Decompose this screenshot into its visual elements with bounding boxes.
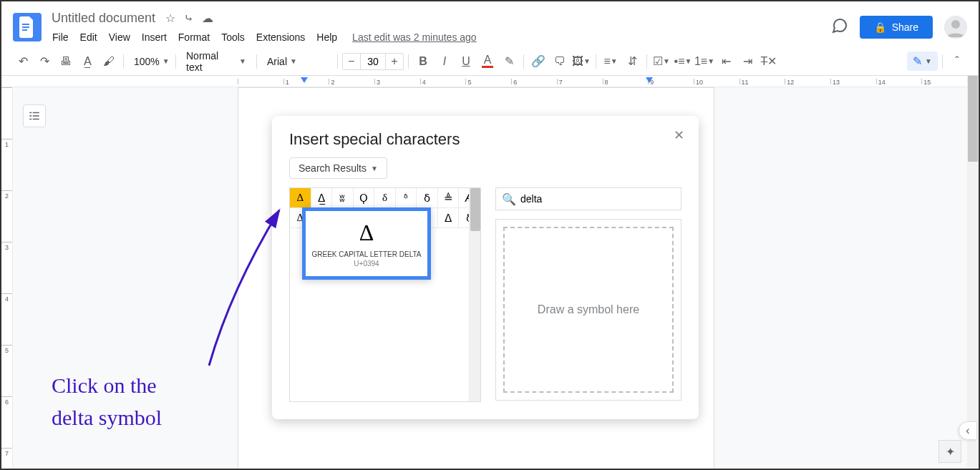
category-dropdown[interactable]: Search Results▼ bbox=[289, 157, 387, 179]
increase-indent-button[interactable]: ⇥ bbox=[737, 52, 757, 72]
checklist-button[interactable]: ☑▼ bbox=[651, 52, 671, 72]
print-button[interactable]: 🖶 bbox=[56, 52, 76, 72]
menu-extensions[interactable]: Extensions bbox=[251, 29, 310, 46]
underline-button[interactable]: U bbox=[456, 52, 476, 72]
char-cell[interactable]: ≜ bbox=[438, 188, 460, 208]
svg-rect-2 bbox=[22, 29, 27, 31]
svg-rect-5 bbox=[29, 112, 31, 114]
paint-format-button[interactable]: 🖌 bbox=[99, 52, 119, 72]
font-size-minus[interactable]: − bbox=[343, 55, 360, 68]
char-cell[interactable]: ʬ bbox=[332, 188, 354, 208]
undo-button[interactable]: ↶ bbox=[13, 52, 33, 72]
font-size-control: − 30 + bbox=[342, 53, 404, 70]
character-tooltip: Δ GREEK CAPITAL LETTER DELTA U+0394 bbox=[302, 207, 431, 280]
char-cell[interactable]: ᵟ bbox=[396, 188, 417, 208]
canvas-area: 123456789101112131415 1234567 Insert spe… bbox=[1, 76, 979, 469]
char-cell[interactable]: Δ̲ bbox=[311, 188, 333, 208]
redo-button[interactable]: ↷ bbox=[34, 52, 54, 72]
svg-rect-9 bbox=[29, 119, 31, 120]
line-spacing-button[interactable]: ⇵ bbox=[622, 52, 642, 72]
search-panel: 🔍 Draw a symbol here bbox=[495, 187, 681, 402]
explore-button[interactable]: ✦ bbox=[938, 440, 961, 463]
lock-icon: 🔒 bbox=[874, 21, 886, 33]
font-size-plus[interactable]: + bbox=[386, 55, 403, 68]
decrease-indent-button[interactable]: ⇤ bbox=[716, 52, 736, 72]
add-comment-button[interactable]: 🗨 bbox=[550, 52, 570, 72]
menu-bar: File Edit View Insert Format Tools Exten… bbox=[47, 29, 831, 46]
title-area: Untitled document ☆ ⤷ ☁ File Edit View I… bbox=[47, 9, 831, 46]
char-cell[interactable]: ᐃ bbox=[438, 208, 460, 228]
menu-edit[interactable]: Edit bbox=[75, 29, 102, 46]
draw-area[interactable]: Draw a symbol here bbox=[503, 227, 674, 393]
menu-format[interactable]: Format bbox=[173, 29, 215, 46]
toolbar: ↶ ↷ 🖶 A̲ 🖌 100%▼ Normal text▼ Arial▼ − 3… bbox=[1, 47, 979, 76]
draw-box: Draw a symbol here bbox=[495, 219, 681, 401]
menu-insert[interactable]: Insert bbox=[137, 29, 172, 46]
highlight-button[interactable]: ✎ bbox=[499, 52, 519, 72]
document-outline-button[interactable] bbox=[23, 104, 46, 127]
svg-rect-10 bbox=[33, 119, 39, 120]
annotation-text: Click on the delta symbol bbox=[52, 369, 162, 434]
font-size-value[interactable]: 30 bbox=[360, 54, 386, 69]
svg-point-4 bbox=[951, 20, 960, 29]
insert-image-button[interactable]: 🖼▼ bbox=[571, 52, 591, 72]
char-cell[interactable]: ẟ bbox=[417, 188, 438, 208]
bulleted-list-button[interactable]: •≡▼ bbox=[673, 52, 693, 72]
move-icon[interactable]: ⤷ bbox=[184, 11, 193, 25]
svg-rect-7 bbox=[29, 115, 31, 117]
char-cell[interactable]: Δ bbox=[290, 188, 311, 208]
indent-marker-left[interactable] bbox=[301, 77, 308, 83]
menu-view[interactable]: View bbox=[104, 29, 135, 46]
style-dropdown[interactable]: Normal text▼ bbox=[180, 52, 252, 72]
dialog-title: Insert special characters bbox=[289, 130, 681, 149]
svg-rect-0 bbox=[22, 24, 29, 25]
tooltip-name: GREEK CAPITAL LETTER DELTA bbox=[311, 250, 422, 258]
cloud-icon[interactable]: ☁ bbox=[202, 11, 213, 25]
special-characters-dialog: Insert special characters ✕ Search Resul… bbox=[272, 116, 699, 419]
document-title[interactable]: Untitled document bbox=[47, 9, 160, 27]
text-color-button[interactable]: A bbox=[477, 52, 498, 72]
share-button[interactable]: 🔒 Share bbox=[860, 16, 933, 39]
comment-history-icon[interactable] bbox=[831, 17, 848, 37]
char-cell[interactable]: Ϙ bbox=[354, 188, 375, 208]
account-avatar[interactable] bbox=[944, 16, 967, 39]
menu-help[interactable]: Help bbox=[311, 29, 342, 46]
spellcheck-button[interactable]: A̲ bbox=[77, 52, 97, 72]
vertical-ruler[interactable]: 1234567 bbox=[1, 87, 13, 469]
dialog-close-button[interactable]: ✕ bbox=[674, 127, 684, 143]
editing-mode-button[interactable]: ✎▼ bbox=[907, 52, 938, 71]
bold-button[interactable]: B bbox=[413, 52, 433, 72]
docs-icon[interactable] bbox=[13, 13, 42, 41]
menu-tools[interactable]: Tools bbox=[216, 29, 250, 46]
character-panel: ΔΔ̲ʬϘδᵟẟ≜ѦΔƍᐃẟ Δ GREEK CAPITAL LETTER DE… bbox=[289, 187, 481, 402]
clear-formatting-button[interactable]: T✕ bbox=[759, 52, 779, 72]
align-button[interactable]: ≡▼ bbox=[601, 52, 621, 72]
search-icon: 🔍 bbox=[502, 192, 516, 206]
indent-marker-right[interactable] bbox=[646, 77, 653, 83]
font-dropdown[interactable]: Arial▼ bbox=[261, 52, 333, 72]
search-input[interactable] bbox=[520, 193, 675, 205]
char-cell[interactable]: δ bbox=[374, 188, 396, 208]
menu-file[interactable]: File bbox=[47, 29, 74, 46]
numbered-list-button[interactable]: 1≡▼ bbox=[694, 52, 714, 72]
search-box: 🔍 bbox=[495, 187, 681, 210]
header: Untitled document ☆ ⤷ ☁ File Edit View I… bbox=[1, 1, 979, 47]
tooltip-glyph: Δ bbox=[311, 220, 422, 246]
zoom-dropdown[interactable]: 100%▼ bbox=[128, 52, 171, 72]
hide-menus-button[interactable]: ˆ bbox=[947, 52, 967, 72]
italic-button[interactable]: I bbox=[435, 52, 455, 72]
char-scrollbar[interactable] bbox=[469, 188, 480, 401]
tooltip-code: U+0394 bbox=[311, 260, 422, 268]
svg-rect-8 bbox=[33, 115, 39, 117]
svg-rect-6 bbox=[33, 112, 39, 114]
horizontal-ruler[interactable]: 123456789101112131415 bbox=[1, 76, 967, 87]
share-label: Share bbox=[892, 21, 918, 33]
insert-link-button[interactable]: 🔗 bbox=[528, 52, 548, 72]
star-icon[interactable]: ☆ bbox=[165, 11, 175, 25]
vertical-scrollbar[interactable] bbox=[967, 76, 979, 469]
side-panel-toggle[interactable]: ‹ bbox=[959, 421, 977, 440]
svg-rect-1 bbox=[22, 26, 29, 28]
last-edit-link[interactable]: Last edit was 2 minutes ago bbox=[352, 31, 477, 43]
